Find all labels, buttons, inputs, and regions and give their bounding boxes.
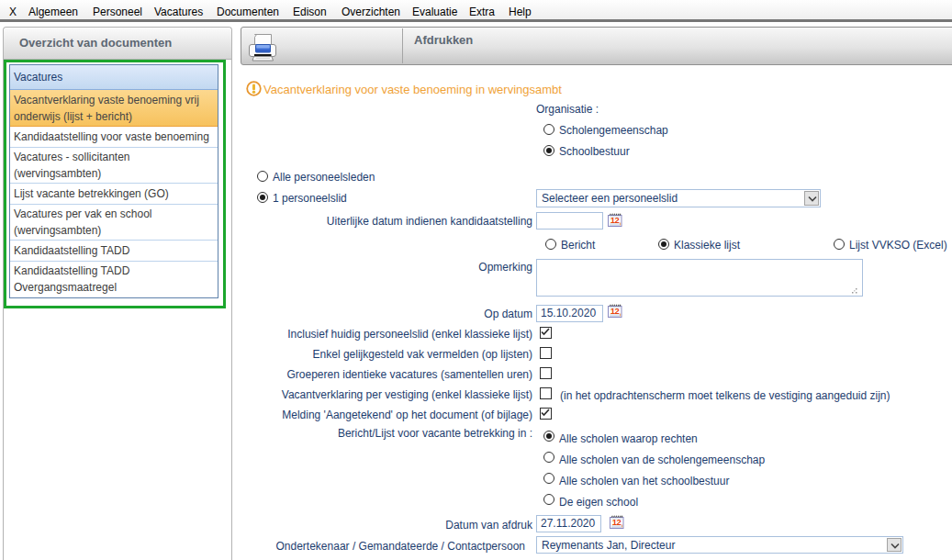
svg-text:12: 12	[610, 215, 620, 225]
svg-text:12: 12	[612, 517, 622, 527]
svg-text:12: 12	[610, 306, 620, 316]
